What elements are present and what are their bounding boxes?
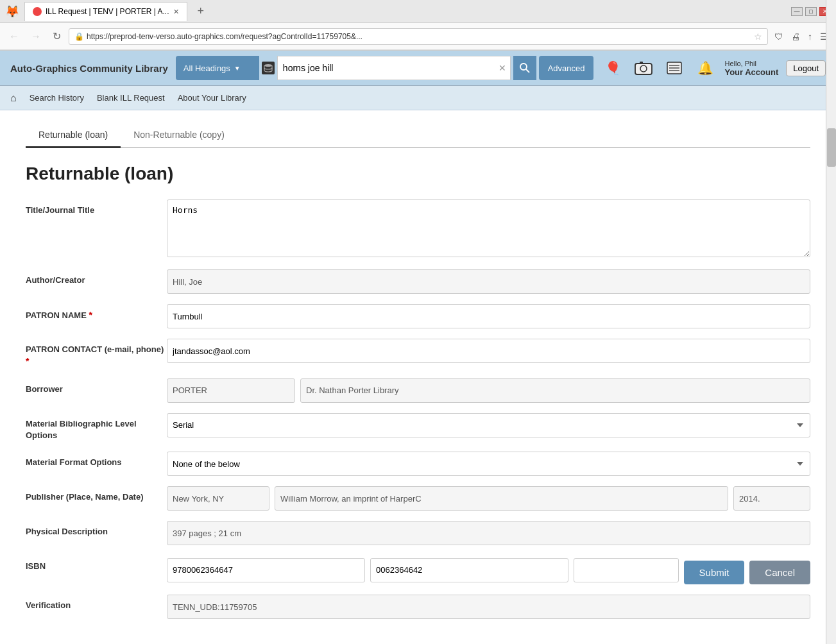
isbn2-input[interactable] (370, 558, 568, 582)
title-input[interactable]: Horns (167, 199, 810, 257)
refresh-button[interactable]: ↻ (49, 29, 65, 44)
user-account-label: Your Account (724, 67, 778, 77)
form-tabs: Returnable (loan) Non-Returnable (copy) (26, 123, 810, 148)
search-type-dropdown[interactable]: All Headings ▼ (176, 56, 259, 80)
svg-rect-5 (640, 62, 643, 64)
publisher-date-input[interactable] (733, 486, 810, 511)
patron-name-required: * (89, 310, 92, 320)
author-row: Author/Creator (26, 269, 810, 294)
physical-desc-control (167, 521, 810, 545)
share-button[interactable]: ↑ (805, 30, 815, 43)
extensions-button[interactable]: 🛡 (772, 30, 786, 43)
balloon-icon[interactable]: 🎈 (601, 56, 624, 80)
search-area: All Headings ▼ ✕ Advanced (176, 56, 594, 80)
material-format-select[interactable]: None of the below Article Book Book Chap… (167, 452, 810, 476)
author-label: Author/Creator (26, 269, 167, 286)
search-go-button[interactable] (513, 56, 536, 80)
home-nav-button[interactable]: ⌂ (10, 92, 17, 104)
publisher-label: Publisher (Place, Name, Date) (26, 486, 167, 503)
isbn1-input[interactable] (167, 558, 365, 582)
patron-contact-control (167, 339, 810, 363)
dropdown-caret-icon: ▼ (234, 65, 241, 72)
cancel-button[interactable]: Cancel (749, 561, 810, 584)
borrower-name-input[interactable] (300, 378, 810, 403)
borrower-label: Borrower (26, 378, 167, 395)
list-icon[interactable] (663, 56, 686, 80)
camera-icon[interactable] (632, 56, 655, 80)
isbn3-input[interactable] (574, 558, 679, 582)
author-input[interactable] (167, 269, 810, 294)
url-text: https://preprod-tenv-verso.auto-graphics… (87, 32, 363, 41)
search-input[interactable] (278, 63, 495, 73)
borrower-code-input[interactable] (167, 378, 295, 403)
nav-bar: ← → ↻ 🔒 https://preprod-tenv-verso.auto-… (0, 23, 836, 50)
scrollbar-thumb[interactable] (827, 128, 836, 167)
forward-button[interactable]: → (27, 30, 45, 44)
app-header: Auto-Graphics Community Library All Head… (0, 51, 836, 86)
tab-non-returnable-copy[interactable]: Non-Returnable (copy) (121, 123, 237, 148)
material-bib-select[interactable]: Serial Monograph Serial Part Unknown (167, 413, 810, 437)
search-type-label: All Headings (183, 64, 230, 73)
database-icon (262, 62, 275, 74)
browser-tab[interactable]: ILL Request | TENV | PORTER | A... ✕ (24, 2, 187, 21)
search-clear-button[interactable]: ✕ (495, 63, 510, 73)
isbn-row: ISBN Submit Cancel (26, 555, 810, 584)
borrower-row: Borrower (26, 378, 810, 403)
title-bar: 🦊 ILL Request | TENV | PORTER | A... ✕ +… (0, 0, 836, 23)
action-buttons: Submit Cancel (684, 561, 810, 584)
material-bib-row: Material Bibliographic Level Options Ser… (26, 413, 810, 441)
material-format-label: Material Format Options (26, 452, 167, 468)
verification-input[interactable] (167, 595, 810, 619)
lock-icon: 🔒 (74, 32, 84, 41)
patron-name-row: PATRON NAME * (26, 304, 810, 328)
new-tab-button[interactable]: + (192, 4, 210, 18)
material-format-row: Material Format Options None of the belo… (26, 452, 810, 476)
bell-icon[interactable]: 🔔 (694, 56, 717, 80)
logout-button[interactable]: Logout (786, 60, 826, 76)
advanced-search-button[interactable]: Advanced (539, 56, 594, 80)
patron-contact-row: PATRON CONTACT (e-mail, phone) * (26, 339, 810, 368)
patron-name-input[interactable] (167, 304, 810, 328)
isbn-label: ISBN (26, 555, 167, 572)
print-button[interactable]: 🖨 (789, 30, 803, 43)
patron-name-control (167, 304, 810, 328)
main-content: Returnable (loan) Non-Returnable (copy) … (0, 110, 836, 642)
publisher-name-input[interactable] (275, 486, 728, 511)
sub-nav: ⌂ Search History Blank ILL Request About… (0, 86, 836, 110)
author-control (167, 269, 810, 294)
search-history-link[interactable]: Search History (30, 93, 84, 103)
maximize-button[interactable]: □ (805, 7, 817, 16)
nav-tools: 🛡 🖨 ↑ ☰ (772, 30, 831, 43)
title-label: Title/Journal Title (26, 199, 167, 216)
title-control: Horns (167, 199, 810, 259)
firefox-icon: 🦊 (5, 4, 19, 19)
publisher-control (167, 486, 810, 511)
physical-desc-input[interactable] (167, 521, 810, 545)
bookmark-icon[interactable]: ☆ (754, 31, 762, 42)
material-bib-label: Material Bibliographic Level Options (26, 413, 167, 441)
svg-point-0 (264, 64, 272, 67)
submit-button[interactable]: Submit (684, 561, 745, 584)
patron-contact-input[interactable] (167, 339, 810, 363)
minimize-button[interactable]: — (791, 7, 803, 16)
ill-request-form: Title/Journal Title Horns Author/Creator… (26, 199, 810, 619)
tab-returnable-loan[interactable]: Returnable (loan) (26, 123, 121, 148)
material-format-control: None of the below Article Book Book Chap… (167, 452, 810, 476)
back-button[interactable]: ← (5, 30, 23, 44)
address-bar[interactable]: 🔒 https://preprod-tenv-verso.auto-graphi… (69, 28, 768, 45)
blank-ill-request-link[interactable]: Blank ILL Request (97, 93, 165, 103)
patron-contact-label: PATRON CONTACT (e-mail, phone) * (26, 339, 167, 368)
search-input-wrap: ✕ (277, 56, 511, 80)
material-bib-control: Serial Monograph Serial Part Unknown (167, 413, 810, 437)
verification-row: Verification (26, 595, 810, 619)
physical-desc-row: Physical Description (26, 521, 810, 545)
verification-label: Verification (26, 595, 167, 611)
title-row: Title/Journal Title Horns (26, 199, 810, 259)
user-account-area[interactable]: Hello, Phil Your Account (724, 60, 778, 77)
scrollbar[interactable] (826, 0, 836, 644)
publisher-place-input[interactable] (167, 486, 269, 511)
tab-favicon (33, 7, 42, 16)
tab-close-button[interactable]: ✕ (173, 8, 179, 16)
about-library-link[interactable]: About Your Library (178, 93, 246, 103)
app-brand: Auto-Graphics Community Library (10, 63, 168, 74)
